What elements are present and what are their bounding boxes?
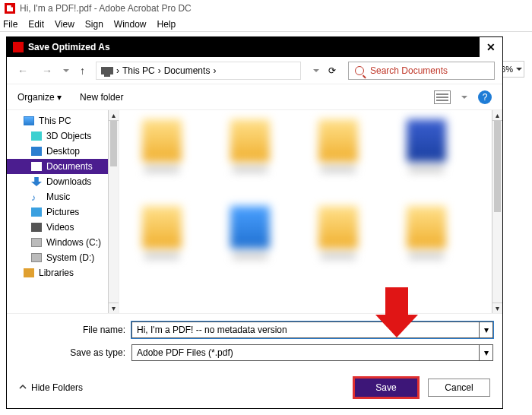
tree-drive-d[interactable]: System (D:) [7,250,119,265]
tree-music[interactable]: ♪Music [7,189,119,204]
folder-tree: This PC 3D Objects Desktop Documents Dow… [7,110,119,313]
forward-button[interactable]: → [39,65,55,77]
scroll-down-icon[interactable]: ▾ [492,303,502,313]
pdf-icon [13,42,24,52]
cancel-button[interactable]: Cancel [428,379,490,397]
view-mode-button[interactable] [434,90,451,104]
pdf-icon [5,3,15,14]
new-folder-button[interactable]: New folder [80,92,123,103]
pictures-icon [31,208,42,217]
view-dropdown-icon[interactable] [461,96,467,102]
hide-folders-button[interactable]: Hide Folders [19,382,83,393]
tree-libraries[interactable]: Libraries [7,265,119,280]
organize-button[interactable]: Organize ▾ [17,92,62,103]
documents-icon [31,162,42,171]
filename-input[interactable] [137,325,488,335]
tree-downloads[interactable]: Downloads [7,174,119,189]
nav-row: ← → ↑ › This PC › Documents › ⟳ Search D… [7,57,502,84]
scroll-thumb[interactable] [110,121,117,166]
savetype-combo[interactable]: Adobe PDF Files (*.pdf) ▾ [131,344,493,361]
blurred-thumbnails [133,116,489,307]
tree-this-pc[interactable]: This PC [7,113,119,128]
downloads-icon [31,177,42,186]
filename-label: File name: [60,325,125,335]
tree-3d-objects[interactable]: 3D Objects [7,128,119,144]
dialog-title: Save Optimized As [28,42,475,52]
breadcrumb-dropdown-icon[interactable] [313,69,319,75]
videos-icon [31,223,42,232]
menu-help[interactable]: Help [157,19,176,30]
scroll-up-icon[interactable]: ▴ [492,110,502,121]
save-fields: File name: ▾ Save as type: Adobe PDF Fil… [7,314,502,367]
dialog-body: This PC 3D Objects Desktop Documents Dow… [7,110,502,314]
crumb-sep: › [213,65,216,76]
menu-edit[interactable]: Edit [28,19,44,30]
toolbar: Organize ▾ New folder ? [7,84,502,110]
scroll-up-icon[interactable]: ▴ [109,110,119,121]
menubar: File Edit View Sign Window Help [0,17,532,32]
pc-icon [101,67,113,74]
pc-icon [24,116,34,125]
history-dropdown-icon[interactable] [63,69,69,75]
back-button[interactable]: ← [14,65,31,77]
menu-window[interactable]: Window [114,19,147,30]
scroll-thumb[interactable] [494,121,501,212]
scroll-down-icon[interactable]: ▾ [109,303,119,313]
tree-drive-c[interactable]: Windows (C:) [7,235,119,250]
tree-pictures[interactable]: Pictures [7,204,119,220]
crumb-documents[interactable]: Documents [164,65,211,76]
save-button[interactable]: Save [355,379,417,397]
3d-objects-icon [31,131,42,141]
crumb-sep: › [116,65,119,76]
tree-scrollbar[interactable]: ▴ ▾ [108,110,119,313]
refresh-button[interactable]: ⟳ [328,65,336,76]
chevron-down-icon[interactable]: ▾ [479,345,492,360]
tree-videos[interactable]: Videos [7,220,119,235]
up-button[interactable]: ↑ [77,65,88,77]
save-dialog: Save Optimized As ✕ ← → ↑ › This PC › Do… [6,36,503,409]
menu-sign[interactable]: Sign [85,19,103,30]
libraries-icon [24,268,34,277]
desktop-icon [31,147,42,156]
chevron-down-icon[interactable]: ▾ [479,322,492,337]
help-icon[interactable]: ? [478,90,492,104]
filename-combo[interactable]: ▾ [131,322,493,338]
crumb-this-pc[interactable]: This PC [122,65,155,76]
content-scrollbar[interactable]: ▴ ▾ [492,110,502,313]
search-icon [355,66,364,75]
menu-file[interactable]: File [3,19,17,30]
file-list[interactable]: ▴ ▾ [119,110,502,313]
dialog-titlebar: Save Optimized As ✕ [7,37,502,57]
close-button[interactable]: ✕ [480,37,502,57]
dialog-footer: Hide Folders Save Cancel [7,367,502,408]
drive-icon [31,238,42,247]
breadcrumb[interactable]: › This PC › Documents › [96,62,301,80]
app-title: Hi, I'm a PDF!.pdf - Adobe Acrobat Pro D… [20,3,192,14]
search-placeholder: Search Documents [370,65,448,76]
chevron-up-icon [19,382,27,393]
crumb-sep: › [158,65,161,76]
tree-documents[interactable]: Documents [7,159,119,174]
savetype-value: Adobe PDF Files (*.pdf) [137,347,488,358]
music-icon: ♪ [31,192,42,201]
savetype-label: Save as type: [60,347,125,358]
drive-icon [31,253,42,262]
tree-desktop[interactable]: Desktop [7,144,119,159]
search-box[interactable]: Search Documents [348,62,495,80]
menu-view[interactable]: View [55,19,74,30]
app-titlebar: Hi, I'm a PDF!.pdf - Adobe Acrobat Pro D… [0,0,532,17]
